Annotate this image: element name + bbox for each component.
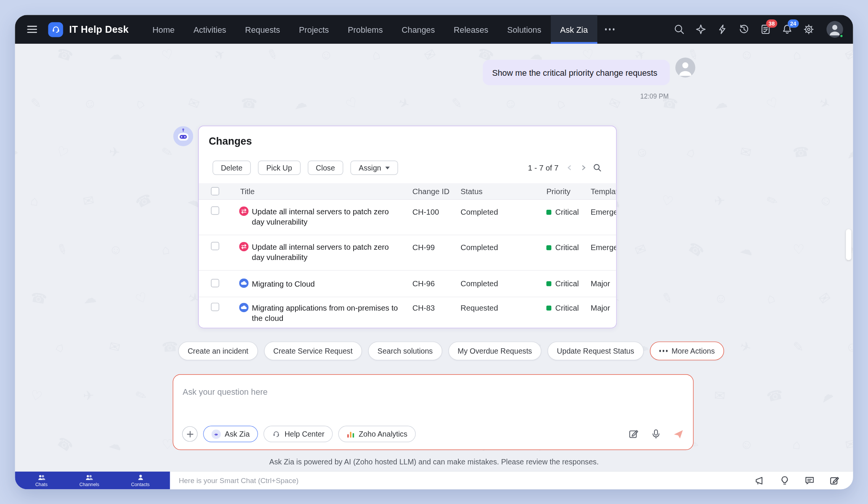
nav-requests[interactable]: Requests xyxy=(236,15,290,44)
channels-icon xyxy=(85,474,93,481)
app-title: IT Help Desk xyxy=(69,24,129,35)
nav-projects[interactable]: Projects xyxy=(290,15,338,44)
assign-dropdown-button[interactable]: Assign xyxy=(351,161,398,175)
quick-action-chips: Create an incident Create Service Reques… xyxy=(178,341,724,360)
mode-help-center[interactable]: Help Center xyxy=(263,426,333,442)
row-checkbox[interactable] xyxy=(211,279,219,287)
send-icon[interactable] xyxy=(672,428,684,440)
nav-ask-zia[interactable]: Ask Zia xyxy=(551,15,597,44)
chip-my-overdue-requests[interactable]: My Overdue Requests xyxy=(448,341,541,360)
row-checkbox[interactable] xyxy=(211,242,219,250)
pagination-count: 1 - 7 of 7 xyxy=(528,163,558,172)
row-change-id: CH-83 xyxy=(412,303,435,312)
table-row[interactable]: Migrating to Cloud CH-96 Completed Criti… xyxy=(199,271,617,297)
chip-more-actions[interactable]: More Actions xyxy=(650,341,724,360)
close-button[interactable]: Close xyxy=(308,161,343,175)
pagination: 1 - 7 of 7 xyxy=(528,163,602,172)
navbar-actions: 38 24 xyxy=(673,21,843,38)
page-next-button[interactable] xyxy=(579,163,588,172)
approvals-icon[interactable]: 38 xyxy=(760,23,772,35)
nav-activities[interactable]: Activities xyxy=(184,15,236,44)
zia-bot-avatar xyxy=(173,126,193,146)
approvals-badge: 38 xyxy=(766,19,777,28)
chip-create-service-request[interactable]: Create Service Request xyxy=(264,341,362,360)
smart-chat-bar: Chats Channels Contacts xyxy=(15,471,853,489)
message-timestamp: 12:09 PM xyxy=(640,93,669,100)
row-checkbox[interactable] xyxy=(211,206,219,215)
row-status: Completed xyxy=(461,207,498,216)
smart-chat-icons xyxy=(748,472,853,490)
table-row[interactable]: Update all internal servers to patch zer… xyxy=(199,200,617,235)
nav-solutions[interactable]: Solutions xyxy=(498,15,550,44)
table-header-row: Title Change ID Status Priority Template xyxy=(199,183,617,200)
nav-problems[interactable]: Problems xyxy=(338,15,393,44)
chip-update-request-status[interactable]: Update Request Status xyxy=(547,341,643,360)
row-title[interactable]: Update all internal servers to patch zer… xyxy=(252,206,403,227)
hamburger-menu-button[interactable] xyxy=(23,20,41,38)
edit-note-icon[interactable] xyxy=(628,428,640,440)
row-title[interactable]: Migrating to Cloud xyxy=(252,279,403,290)
caret-down-icon xyxy=(385,166,389,169)
pickup-button[interactable]: Pick Up xyxy=(258,161,300,175)
chat-bubble-icon[interactable] xyxy=(804,475,815,486)
card-toolbar: Delete Pick Up Close Assign 1 - 7 of 7 xyxy=(212,161,602,175)
changes-table: Title Change ID Status Priority Template… xyxy=(199,183,617,328)
chip-search-solutions[interactable]: Search solutions xyxy=(368,341,442,360)
notifications-badge: 24 xyxy=(788,19,799,28)
tab-contacts[interactable]: Contacts xyxy=(127,473,154,488)
question-input[interactable] xyxy=(183,385,684,398)
help-center-icon xyxy=(272,429,281,438)
window-scrollbar-thumb[interactable] xyxy=(846,229,852,260)
tab-channels[interactable]: Channels xyxy=(75,473,104,488)
nav-releases[interactable]: Releases xyxy=(444,15,498,44)
tab-chats[interactable]: Chats xyxy=(31,473,52,488)
row-template: Emergency xyxy=(591,243,617,252)
mode-ask-zia[interactable]: Ask Zia xyxy=(203,426,258,442)
app-logo-icon xyxy=(48,22,63,37)
delete-button[interactable]: Delete xyxy=(212,161,251,175)
chat-tabs: Chats Channels Contacts xyxy=(15,472,170,490)
row-status: Requested xyxy=(461,303,498,312)
compose-icon[interactable] xyxy=(829,475,840,486)
disclaimer-text: Ask Zia is powered by AI (Zoho hosted LL… xyxy=(15,458,853,466)
attach-plus-button[interactable] xyxy=(182,426,198,442)
priority-dot xyxy=(546,209,551,214)
microphone-icon[interactable] xyxy=(650,428,662,440)
composer: Ask Zia Help Center Zoho Analytics xyxy=(173,374,694,450)
ai-assist-icon[interactable] xyxy=(695,23,707,35)
page-prev-button[interactable] xyxy=(565,163,574,172)
lightning-icon[interactable] xyxy=(716,23,729,35)
chat-area: ✉☎☁♡✈✎☺⌂✉☎☁♡✈✎☺⌂✉✎☺⌂✉☎☁♡✈✎☺⌂✉☎☁♡✈✎☁♡✈✎☺⌂… xyxy=(15,44,853,471)
priority-dot xyxy=(546,305,551,310)
row-template: Major xyxy=(591,303,617,312)
change-icon xyxy=(239,242,249,251)
announce-icon[interactable] xyxy=(754,475,765,486)
header-template: Template xyxy=(591,187,617,196)
composer-toolbar: Ask Zia Help Center Zoho Analytics xyxy=(182,425,684,443)
cloud-icon xyxy=(239,303,249,312)
nav-changes[interactable]: Changes xyxy=(392,15,444,44)
row-status: Completed xyxy=(461,243,498,252)
nav-home[interactable]: Home xyxy=(143,15,184,44)
smart-chat-input[interactable] xyxy=(170,472,748,490)
screen: IT Help Desk Home Activities Requests Pr… xyxy=(0,0,868,504)
lightbulb-icon[interactable] xyxy=(779,475,790,486)
nav-more-button[interactable] xyxy=(597,15,622,44)
row-template: Major xyxy=(591,279,617,288)
row-title[interactable]: Migrating applications from on-premises … xyxy=(252,303,403,324)
chip-create-incident[interactable]: Create an incident xyxy=(178,341,258,360)
notifications-bell-icon[interactable]: 24 xyxy=(781,23,793,35)
search-icon[interactable] xyxy=(673,23,685,35)
select-all-checkbox[interactable] xyxy=(211,187,219,195)
user-profile-avatar[interactable] xyxy=(827,21,843,38)
priority-dot xyxy=(546,245,551,250)
row-title[interactable]: Update all internal servers to patch zer… xyxy=(252,242,403,263)
history-icon[interactable] xyxy=(738,23,750,35)
row-checkbox[interactable] xyxy=(211,303,219,311)
table-row[interactable]: Update all internal servers to patch zer… xyxy=(199,235,617,271)
row-priority: Critical xyxy=(546,207,579,216)
table-search-icon[interactable] xyxy=(593,163,602,172)
settings-gear-icon[interactable] xyxy=(803,23,815,35)
mode-zoho-analytics[interactable]: Zoho Analytics xyxy=(338,426,416,442)
table-row[interactable]: Migrating applications from on-premises … xyxy=(199,297,617,328)
